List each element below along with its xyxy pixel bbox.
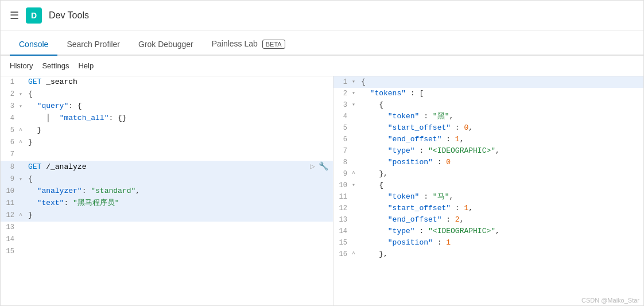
run-icon[interactable]: ▷ bbox=[311, 161, 315, 172]
toolbar: History Settings Help bbox=[1, 56, 643, 76]
output-line-16: 16 ^ }, bbox=[333, 249, 643, 260]
output-line-2: 2 ▾ "tokens" : [ bbox=[333, 88, 643, 99]
editor-line-1: 1 GET _search bbox=[1, 76, 333, 88]
output-line-15: 15 "position" : 1 bbox=[333, 237, 643, 249]
output-line-5: 5 "start_offset" : 0, bbox=[333, 122, 643, 134]
help-button[interactable]: Help bbox=[78, 61, 94, 70]
editor-line-12: 12 ^ } bbox=[1, 210, 333, 222]
output-line-9: 9 ^ }, bbox=[333, 168, 643, 180]
editor-line-4: 4 │ "match_all": {} bbox=[1, 113, 333, 125]
output-line-14: 14 "type" : "<IDEOGRAPHIC>", bbox=[333, 226, 643, 237]
output-line-11: 11 "token" : "马", bbox=[333, 191, 643, 203]
editor-line-2: 2 ▾ { bbox=[1, 88, 333, 100]
tab-painless-lab[interactable]: Painless Lab BETA bbox=[203, 33, 294, 56]
output-line-12: 12 "start_offset" : 1, bbox=[333, 203, 643, 214]
app-icon: D bbox=[26, 7, 42, 24]
output-line-4: 4 "token" : "黑", bbox=[333, 111, 643, 122]
editor-line-5: 5 ^ } bbox=[1, 125, 333, 137]
content-area: 1 GET _search 2 ▾ { 3 ▾ "query": { 4 │ "… bbox=[1, 76, 643, 306]
editor-panel[interactable]: 1 GET _search 2 ▾ { 3 ▾ "query": { 4 │ "… bbox=[1, 76, 333, 306]
editor-line-10: 10 "analyzer": "standard", bbox=[1, 185, 333, 197]
editor-line-6: 6 ^ } bbox=[1, 137, 333, 149]
output-line-6: 6 "end_offset" : 1, bbox=[333, 134, 643, 145]
top-bar: ☰ D Dev Tools bbox=[1, 1, 643, 30]
editor-line-13: 13 bbox=[1, 222, 333, 234]
output-line-7: 7 "type" : "<IDEOGRAPHIC>", bbox=[333, 145, 643, 157]
editor-line-7: 7 bbox=[1, 149, 333, 161]
watermark: CSDN @Maiko_Star bbox=[581, 297, 639, 304]
output-panel: 1 ▾ { 2 ▾ "tokens" : [ 3 ▾ { 4 "token" :… bbox=[333, 76, 643, 306]
tab-console[interactable]: Console bbox=[10, 34, 57, 56]
nav-tabs: Console Search Profiler Grok Debugger Pa… bbox=[1, 30, 643, 56]
beta-badge: BETA bbox=[262, 40, 285, 49]
output-line-3: 3 ▾ { bbox=[333, 99, 643, 111]
editor-line-15: 15 bbox=[1, 246, 333, 258]
output-line-13: 13 "end_offset" : 2, bbox=[333, 214, 643, 226]
editor-line-9: 9 ▾ { bbox=[1, 173, 333, 185]
editor-line-14: 14 bbox=[1, 234, 333, 246]
hamburger-icon[interactable]: ☰ bbox=[10, 9, 19, 22]
wrench-icon[interactable]: 🔧 bbox=[319, 161, 328, 172]
editor-line-8: 8 GET /_analyze ▷ 🔧 bbox=[1, 161, 333, 173]
settings-button[interactable]: Settings bbox=[42, 61, 69, 70]
editor-line-3: 3 ▾ "query": { bbox=[1, 100, 333, 113]
tab-grok-debugger[interactable]: Grok Debugger bbox=[129, 34, 203, 56]
history-button[interactable]: History bbox=[10, 61, 33, 70]
output-line-8: 8 "position" : 0 bbox=[333, 157, 643, 168]
output-line-10: 10 ▾ { bbox=[333, 180, 643, 191]
output-line-1: 1 ▾ { bbox=[333, 76, 643, 88]
editor-line-11: 11 "text": "黑马程序员" bbox=[1, 197, 333, 210]
app-title: Dev Tools bbox=[49, 10, 89, 21]
tab-search-profiler[interactable]: Search Profiler bbox=[57, 34, 129, 56]
line-actions: ▷ 🔧 bbox=[311, 161, 333, 172]
